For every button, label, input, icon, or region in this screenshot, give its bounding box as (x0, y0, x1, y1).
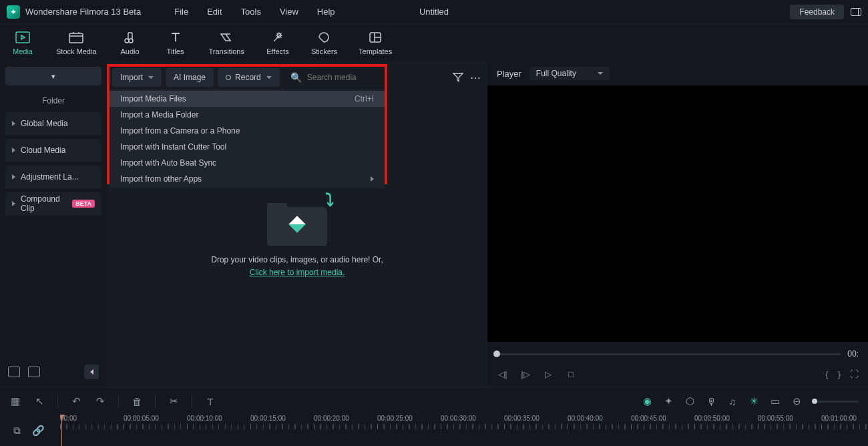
download-arrow-icon: ⤵ (325, 190, 334, 210)
search-input[interactable] (306, 72, 447, 83)
preview-panel: Player Full Quality 00: ◁| |▷ ▷ □ { } ⛶ (487, 61, 868, 387)
menu-tools[interactable]: Tools (232, 7, 270, 17)
audio-icon (123, 30, 138, 45)
chevron-right-icon (12, 148, 15, 153)
zoom-out-icon[interactable]: ⊖ (791, 395, 803, 407)
folder-icon[interactable] (28, 367, 40, 377)
titles-icon (168, 30, 183, 45)
import-button[interactable]: Import (112, 68, 162, 87)
frame-icon[interactable]: ▭ (769, 395, 781, 407)
delete-icon[interactable]: 🗑 (131, 395, 143, 407)
record-button[interactable]: Record (218, 68, 280, 87)
stock-media-icon (69, 30, 83, 45)
cut-icon[interactable]: ✂ (168, 395, 180, 407)
quality-select[interactable]: Full Quality (529, 67, 610, 80)
tab-audio[interactable]: Audio (107, 30, 153, 55)
dd-import-camera-phone[interactable]: Import from a Camera or a Phone (110, 123, 385, 139)
ruler-tick: 00:00:05:00 (124, 415, 159, 422)
more-icon[interactable]: ⋯ (469, 71, 482, 84)
ruler-tick: 00:00:30:00 (441, 415, 476, 422)
sidebar-item-global-media[interactable]: Global Media (5, 112, 101, 135)
panel-layout-icon[interactable] (851, 8, 861, 16)
ai-tool-icon[interactable]: ◉ (641, 395, 653, 407)
chevron-right-icon (12, 201, 15, 206)
progress-thumb[interactable] (493, 351, 500, 357)
tab-titles[interactable]: Titles (153, 30, 198, 55)
shield-icon[interactable]: ⬡ (684, 395, 696, 407)
menu-file[interactable]: File (165, 7, 198, 17)
tab-effects[interactable]: Effects (255, 30, 300, 55)
ruler-tick: 00:00:50:00 (694, 415, 730, 422)
sparkle-icon[interactable]: ✦ (662, 395, 674, 407)
cursor-icon[interactable]: ↖ (33, 395, 45, 407)
player-label: Player (497, 69, 521, 79)
tab-stock-media[interactable]: Stock Media (45, 30, 107, 55)
text-tool-icon[interactable]: T (204, 395, 216, 407)
grid-icon[interactable]: ▦ (9, 395, 21, 407)
preview-progress[interactable] (497, 353, 841, 355)
menu-view[interactable]: View (270, 7, 308, 17)
stickers-icon (316, 30, 331, 45)
timeline-ruler[interactable]: 00:0000:00:05:0000:00:10:0000:00:15:0000… (60, 415, 868, 446)
zoom-thumb[interactable] (812, 399, 817, 404)
media-icon (15, 30, 30, 45)
sidebar-top-button[interactable]: ▾ (5, 67, 101, 85)
preview-screen[interactable] (487, 85, 868, 342)
chevron-down-icon (148, 76, 154, 79)
svg-point-3 (129, 39, 133, 43)
dd-import-auto-beat-sync[interactable]: Import with Auto Beat Sync (110, 155, 385, 171)
folder-sidebar: ▾ Folder Global Media Cloud Media Adjust… (0, 61, 107, 387)
sidebar-item-adjustment-layer[interactable]: Adjustment La... (5, 166, 101, 188)
play2-button[interactable]: ▷ (542, 368, 554, 380)
collapse-sidebar-button[interactable] (84, 365, 99, 379)
menu-help[interactable]: Help (308, 7, 345, 17)
zoom-slider[interactable] (812, 401, 859, 403)
search-icon: 🔍 (290, 72, 302, 83)
stop-button[interactable]: □ (565, 368, 577, 380)
ruler-tick: 00:00:40:00 (568, 415, 603, 422)
menu-bar: File Edit Tools View Help (165, 7, 344, 17)
dd-import-other-apps[interactable]: Import from other Apps (110, 171, 385, 187)
menu-edit[interactable]: Edit (198, 7, 231, 17)
timeline-area: ▦ ↖ ↶ ↷ 🗑 ✂ T ◉ ✦ ⬡ 🎙 ♫ ✳ ▭ ⊖ ⧉ 🔗 0 (0, 387, 868, 446)
sidebar-item-cloud-media[interactable]: Cloud Media (5, 139, 101, 162)
dd-import-media-folder[interactable]: Import a Media Folder (110, 107, 385, 123)
play-button[interactable]: |▷ (519, 368, 531, 380)
svg-point-2 (125, 39, 129, 43)
import-dropdown: Import Media FilesCtrl+I Import a Media … (110, 89, 385, 188)
ai-image-button[interactable]: AI Image (166, 68, 214, 87)
crop-icon[interactable]: ⛶ (850, 369, 859, 379)
mark-out-icon[interactable]: } (838, 369, 841, 379)
preview-time: 00: (847, 349, 859, 359)
transitions-icon (219, 30, 234, 45)
music-tool-icon[interactable]: ♫ (726, 395, 738, 407)
ruler-tick: 00:01:00:00 (821, 415, 857, 422)
dd-import-media-files[interactable]: Import Media FilesCtrl+I (110, 91, 385, 107)
sidebar-header: Folder (5, 91, 101, 112)
dd-import-instant-cutter[interactable]: Import with Instant Cutter Tool (110, 139, 385, 155)
record-icon (226, 75, 231, 80)
ruler-tick: 00:00:25:00 (377, 415, 413, 422)
tab-templates[interactable]: Templates (348, 30, 403, 55)
prev-frame-button[interactable]: ◁| (497, 368, 509, 380)
feedback-button[interactable]: Feedback (790, 5, 844, 19)
mark-in-icon[interactable]: { (825, 369, 828, 379)
redo-icon[interactable]: ↷ (94, 395, 106, 407)
media-toolbar: Import AI Image Record 🔍 ⋯ (107, 64, 487, 91)
sidebar-item-compound-clip[interactable]: Compound ClipBETA (5, 192, 101, 215)
ruler-tick: 00:00:15:00 (250, 415, 286, 422)
link-icon[interactable]: 🔗 (32, 425, 44, 437)
mic-icon[interactable]: 🎙 (705, 395, 717, 407)
undo-icon[interactable]: ↶ (70, 395, 82, 407)
dropzone-import-link[interactable]: Click here to import media. (250, 268, 345, 277)
svg-rect-1 (69, 33, 83, 43)
new-folder-icon[interactable] (8, 367, 20, 377)
timeline-layers-icon[interactable]: ⧉ (11, 425, 23, 437)
filter-icon[interactable] (451, 71, 465, 84)
sync-icon[interactable]: ✳ (748, 395, 760, 407)
tab-media[interactable]: Media (0, 30, 45, 55)
tab-stickers[interactable]: Stickers (300, 30, 348, 55)
templates-icon (368, 30, 383, 45)
effects-icon (270, 30, 285, 45)
tab-transitions[interactable]: Transitions (198, 30, 255, 55)
